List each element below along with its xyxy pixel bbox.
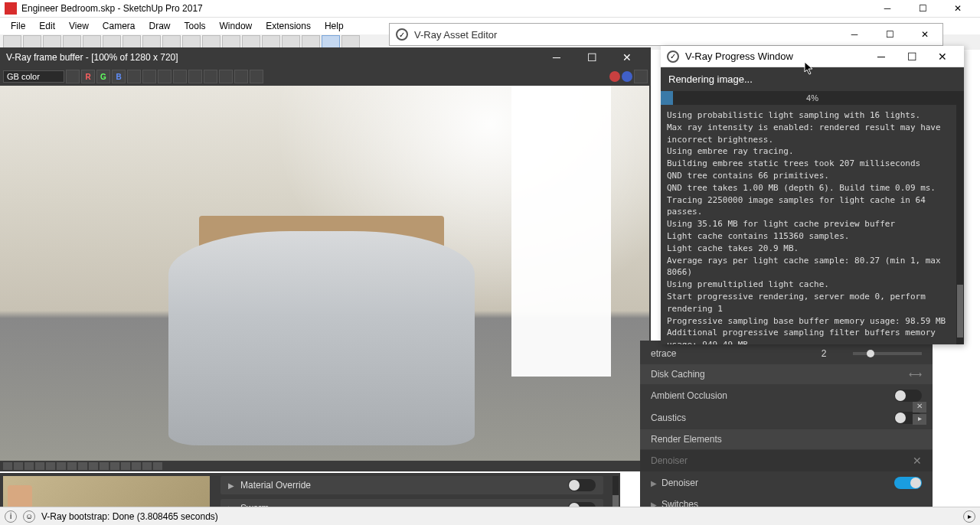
material-override-toggle[interactable]	[568, 479, 596, 491]
fb-tool-rgb-icon[interactable]	[66, 70, 80, 83]
fb-bottom-3[interactable]	[24, 462, 34, 470]
progress-status-text: Rendering image...	[661, 67, 964, 91]
ambient-occlusion-toggle[interactable]	[894, 390, 922, 402]
asset-maximize-button[interactable]: ☐	[872, 24, 907, 45]
progress-maximize-button[interactable]: ☐	[897, 46, 927, 67]
fb-tool-8[interactable]	[234, 70, 248, 83]
fb-bottom-12[interactable]	[121, 462, 130, 470]
asset-editor-title: V-Ray Asset Editor	[414, 29, 837, 41]
chip-close-icon[interactable]: ✕	[913, 402, 926, 412]
fb-bottom-11[interactable]	[110, 462, 119, 470]
channel-dropdown[interactable]: GB color	[3, 70, 64, 83]
asset-editor-controls: ─ ☐ ✕	[837, 24, 942, 45]
remove-denoiser-button[interactable]: ✕	[913, 455, 922, 467]
settings-side-chips: ✕ ▸	[913, 402, 929, 425]
retrace-slider[interactable]	[853, 352, 922, 355]
disk-caching-row[interactable]: Disk Caching ⟷	[640, 364, 933, 384]
fb-tool-5[interactable]	[188, 70, 202, 83]
progress-title-bar[interactable]: ✓ V-Ray Progress Window ─ ☐ ✕	[661, 46, 964, 67]
fb-bottom-4[interactable]	[35, 462, 44, 470]
render-settings-panel: etrace 2 Disk Caching ⟷ Ambient Occlusio…	[640, 341, 933, 524]
menu-help[interactable]: Help	[318, 19, 350, 33]
channel-b-button[interactable]: B	[112, 70, 126, 83]
chevron-right-icon: ▶	[651, 479, 657, 488]
fb-minimize-button[interactable]: ─	[539, 47, 574, 67]
fb-tool-6[interactable]	[204, 70, 217, 83]
channel-g-button[interactable]: G	[96, 70, 110, 83]
chip-export-icon[interactable]: ▸	[913, 414, 926, 425]
fb-bottom-2[interactable]	[14, 462, 23, 470]
fb-bottom-6[interactable]	[57, 462, 66, 470]
close-button[interactable]: ✕	[940, 0, 975, 18]
fb-close-button[interactable]: ✕	[609, 47, 645, 67]
fb-maximize-button[interactable]: ☐	[574, 47, 609, 67]
material-override-row[interactable]: ▶ Material Override	[220, 476, 603, 494]
fb-bottom-15[interactable]	[153, 462, 162, 470]
menu-extensions[interactable]: Extensions	[260, 19, 317, 33]
fb-bottom-13[interactable]	[132, 462, 141, 470]
fb-tool-4[interactable]	[173, 70, 187, 83]
channel-r-button[interactable]: R	[81, 70, 95, 83]
render-region-icon[interactable]	[622, 71, 632, 82]
material-override-label: Material Override	[240, 480, 568, 491]
info-icon[interactable]: i	[5, 510, 17, 523]
fb-window-controls: ─ ☐ ✕	[539, 47, 645, 67]
fb-bottom-14[interactable]	[142, 462, 152, 470]
render-stop-icon[interactable]	[609, 71, 620, 82]
rendered-bed	[168, 231, 475, 445]
menu-view[interactable]: View	[63, 19, 95, 33]
menu-window[interactable]: Window	[214, 19, 259, 33]
fb-bottom-10[interactable]	[100, 462, 109, 470]
caustics-row[interactable]: Caustics	[640, 407, 933, 429]
fb-tool-7[interactable]	[219, 70, 233, 83]
denoiser-toggle[interactable]	[894, 477, 922, 489]
maximize-button[interactable]: ☐	[905, 0, 940, 18]
vray-asset-editor-window[interactable]: ✓ V-Ray Asset Editor ─ ☐ ✕	[389, 23, 943, 46]
minimize-button[interactable]: ─	[870, 0, 905, 18]
denoiser-row[interactable]: ▶ Denoiser	[640, 472, 933, 494]
fb-tool-2[interactable]	[142, 70, 156, 83]
asset-close-button[interactable]: ✕	[907, 24, 942, 45]
fb-tool-9[interactable]	[250, 70, 263, 83]
fb-bottom-9[interactable]	[89, 462, 98, 470]
denoiser-row-disabled: Denoiser ✕	[640, 450, 933, 471]
vray-icon: ✓	[396, 28, 408, 41]
fb-tool-3[interactable]	[158, 70, 172, 83]
progress-minimize-button[interactable]: ─	[866, 46, 897, 67]
denoiser-label: Denoiser	[662, 478, 894, 488]
fb-bottom-7[interactable]	[67, 462, 77, 470]
asset-minimize-button[interactable]: ─	[837, 24, 872, 45]
fb-bottom-toolbar	[0, 461, 651, 471]
fb-bottom-1[interactable]	[3, 462, 12, 470]
menu-file[interactable]: File	[5, 19, 31, 33]
menu-draw[interactable]: Draw	[143, 19, 177, 33]
progress-log[interactable]: Using probabilistic light sampling with …	[661, 105, 964, 344]
main-title-bar[interactable]: Engineer Bedroom.skp - SketchUp Pro 2017…	[0, 0, 980, 18]
progress-bar: 4%	[661, 91, 964, 105]
fb-tool-r1[interactable]	[634, 70, 648, 83]
menu-camera[interactable]: Camera	[96, 19, 142, 33]
rendered-window-light	[511, 86, 611, 377]
fb-toolbar: GB color R G B	[0, 67, 651, 86]
fb-bottom-8[interactable]	[78, 462, 87, 470]
ambient-occlusion-row[interactable]: Ambient Occlusion	[640, 385, 933, 406]
user-icon[interactable]: ☺	[23, 510, 35, 523]
fb-title: V-Ray frame buffer - [100% of 1280 x 720…	[6, 52, 539, 63]
status-right-icon[interactable]: ▸	[963, 510, 975, 523]
retrace-value[interactable]: 2	[801, 348, 847, 359]
fb-title-bar[interactable]: V-Ray frame buffer - [100% of 1280 x 720…	[0, 47, 651, 67]
render-viewport[interactable]	[0, 86, 649, 461]
fb-bottom-5[interactable]	[46, 462, 55, 470]
menu-tools[interactable]: Tools	[178, 19, 212, 33]
log-scrollbar[interactable]	[956, 105, 964, 344]
main-window-controls: ─ ☐ ✕	[870, 0, 975, 18]
render-elements-label: Render Elements	[651, 434, 922, 445]
menu-edit[interactable]: Edit	[33, 19, 61, 33]
vray-icon: ✓	[667, 51, 679, 63]
progress-close-button[interactable]: ✕	[927, 46, 958, 67]
fb-tool-1[interactable]	[127, 70, 141, 83]
chevron-right-icon: ▶	[228, 481, 234, 490]
progress-percent-label: 4%	[661, 91, 964, 105]
progress-window-title: V-Ray Progress Window	[685, 51, 866, 62]
render-elements-row[interactable]: Render Elements	[640, 429, 933, 449]
